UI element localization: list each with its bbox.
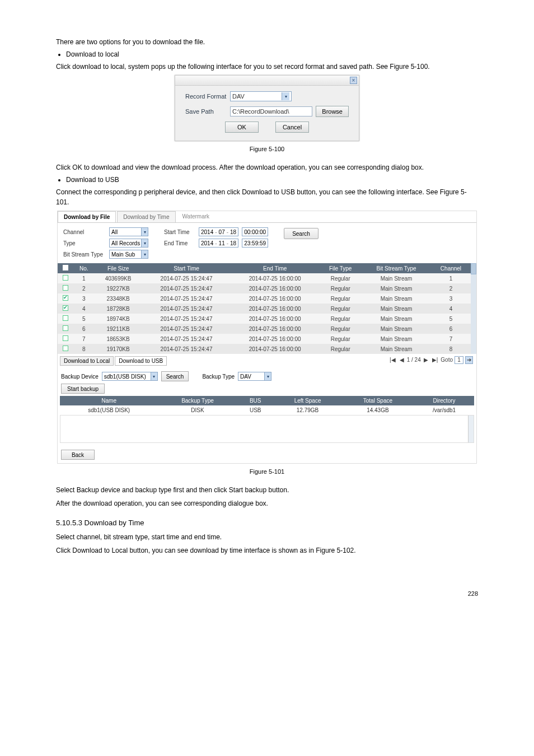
cell-et: 2014-07-25 16:00:00	[231, 293, 319, 304]
ok-description: Click OK to download and view the downlo…	[56, 162, 478, 172]
desc-download-local: Click download to local, system pops up …	[56, 62, 478, 72]
channel-select[interactable]: All▾	[109, 227, 148, 236]
dialog-titlebar: ×	[175, 76, 359, 86]
backup-search-button[interactable]: Search	[161, 371, 189, 381]
cell-size: 403699KB	[94, 273, 142, 283]
table-scrollbar[interactable]	[471, 263, 476, 354]
row-checkbox[interactable]	[63, 346, 68, 351]
cell-ch: 2	[431, 283, 471, 293]
download-to-usb-tab[interactable]: Download to USB	[115, 356, 167, 366]
table-row[interactable]: 418728KB2014-07-25 15:24:472014-07-25 16…	[58, 304, 471, 314]
table-row[interactable]: 619211KB2014-07-25 15:24:472014-07-25 16…	[58, 324, 471, 334]
record-format-label: Record Format	[185, 93, 230, 100]
start-backup-button[interactable]: Start backup	[61, 384, 105, 394]
device-scrollbar[interactable]	[468, 416, 474, 442]
end-date-input[interactable]: 2014- 11- 18	[199, 239, 238, 248]
cell-ft: Regular	[319, 273, 362, 283]
page-first-button[interactable]: |◀	[388, 357, 397, 363]
table-row[interactable]: 323348KB2014-07-25 15:24:472014-07-25 16…	[58, 293, 471, 304]
type-value: All Records	[111, 240, 140, 246]
end-time-label: End Time	[164, 240, 195, 246]
download-to-local-tab[interactable]: Download to Local	[60, 356, 114, 366]
chevron-down-icon: ▾	[282, 92, 289, 100]
row-checkbox[interactable]	[63, 305, 68, 311]
ok-button[interactable]: OK	[225, 122, 259, 133]
cell-bst: Main Stream	[362, 273, 431, 283]
cell-ch: 3	[431, 293, 471, 304]
dev-column-header: Backup Type	[158, 396, 237, 405]
table-row[interactable]: 1403699KB2014-07-25 15:24:472014-07-25 1…	[58, 273, 471, 283]
column-header: File Type	[319, 263, 362, 273]
backup-device-select[interactable]: sdb1(USB DISK)▾	[102, 372, 158, 381]
end-sec: 59	[260, 240, 266, 246]
scroll-thumb[interactable]	[471, 263, 476, 274]
row-checkbox[interactable]	[63, 325, 68, 331]
start-sec: 00	[260, 229, 266, 235]
backup-type-select[interactable]: DAV▾	[238, 372, 271, 381]
cell-st: 2014-07-25 15:24:47	[142, 283, 231, 293]
backup-instructions-2: After the download operation, you can se…	[56, 498, 478, 508]
browse-button[interactable]: Browse	[316, 106, 349, 117]
cell-size: 19211KB	[94, 324, 142, 334]
back-button[interactable]: Back	[61, 450, 95, 460]
download-local-dialog: × Record Format DAV ▾ Save Path C:\Recor…	[175, 75, 359, 141]
tab-download-by-time[interactable]: Download by Time	[117, 211, 175, 222]
row-checkbox[interactable]	[63, 285, 68, 291]
cell-et: 2014-07-25 16:00:00	[231, 314, 319, 324]
table-row[interactable]: 819170KB2014-07-25 15:24:472014-07-25 16…	[58, 344, 471, 354]
start-min: 00	[252, 229, 258, 235]
cell-bst: Main Stream	[362, 283, 431, 293]
search-button[interactable]: Search	[284, 228, 318, 239]
cell-ch: 7	[431, 334, 471, 344]
backup-instructions: Select Backup device and backup type fir…	[56, 485, 478, 495]
end-day: 18	[230, 240, 236, 246]
start-month: 07	[219, 229, 225, 235]
tab-watermark[interactable]: Watermark	[177, 211, 216, 222]
type-select[interactable]: All Records▾	[109, 239, 148, 248]
cell-ch: 4	[431, 304, 471, 314]
desc-download-usb: Connect the corresponding p peripheral d…	[56, 187, 478, 207]
row-checkbox[interactable]	[63, 295, 68, 301]
end-year: 2014	[201, 240, 213, 246]
chevron-down-icon: ▾	[151, 372, 157, 380]
type-label: Type	[63, 240, 106, 246]
page-last-button[interactable]: ▶|	[431, 357, 439, 363]
end-month: 11	[219, 240, 225, 246]
cell-ch: 6	[431, 324, 471, 334]
row-checkbox[interactable]	[63, 275, 68, 281]
goto-label: Goto	[441, 357, 453, 363]
select-all-checkbox[interactable]	[63, 265, 68, 270]
table-row[interactable]: 518974KB2014-07-25 15:24:472014-07-25 16…	[58, 314, 471, 324]
tab-download-by-file[interactable]: Download by File	[58, 211, 116, 222]
section-para-2: Click Download to Local button, you can …	[56, 545, 478, 556]
cell-ft: Regular	[319, 344, 362, 354]
cancel-button[interactable]: Cancel	[275, 122, 309, 133]
goto-button[interactable]: ➔	[465, 356, 473, 364]
bitstream-type-select[interactable]: Main Sub▾	[109, 250, 148, 259]
dev-column-header: Total Space	[341, 396, 414, 405]
end-time-input[interactable]: 23: 59: 59	[242, 239, 268, 248]
dev-column-header: BUS	[237, 396, 274, 405]
bitstream-type-label: Bit Stream Type	[63, 251, 106, 258]
cell-size: 23348KB	[94, 293, 142, 304]
page-prev-button[interactable]: ◀	[399, 357, 405, 363]
cell-st: 2014-07-25 15:24:47	[142, 293, 231, 304]
goto-input[interactable]: 1	[455, 356, 463, 364]
row-checkbox[interactable]	[63, 335, 68, 341]
start-time-input[interactable]: 00: 00: 00	[242, 227, 268, 236]
cell-no: 1	[73, 273, 94, 283]
start-date-input[interactable]: 2014- 07- 18	[199, 227, 238, 236]
cell-no: 2	[73, 283, 94, 293]
table-row[interactable]: 219227KB2014-07-25 15:24:472014-07-25 16…	[58, 283, 471, 293]
cell-st: 2014-07-25 15:24:47	[142, 273, 231, 283]
cell-ft: Regular	[319, 314, 362, 324]
cell-et: 2014-07-25 16:00:00	[231, 324, 319, 334]
save-path-input[interactable]: C:\RecordDownload\	[230, 106, 312, 116]
dev-column-header: Name	[60, 396, 158, 405]
table-row[interactable]: 718653KB2014-07-25 15:24:472014-07-25 16…	[58, 334, 471, 344]
pager: |◀ ◀ 1 / 24 ▶ ▶| Goto 1 ➔	[388, 356, 476, 364]
row-checkbox[interactable]	[63, 315, 68, 321]
page-next-button[interactable]: ▶	[423, 357, 429, 363]
record-format-select[interactable]: DAV ▾	[230, 91, 292, 101]
close-icon[interactable]: ×	[350, 77, 357, 84]
